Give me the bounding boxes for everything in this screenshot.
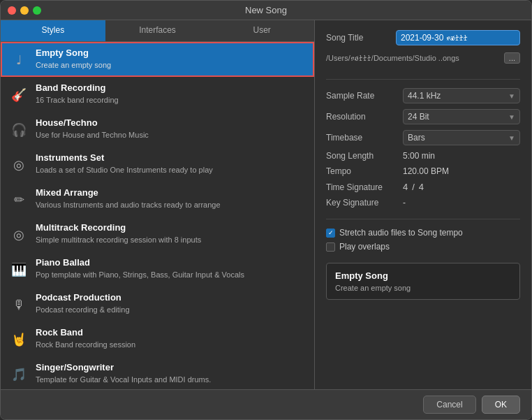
list-item-info: Instruments Set Loads a set of Studio On…: [36, 152, 307, 175]
item-title: Instruments Set: [36, 152, 307, 164]
house-techno-icon: 🎧: [8, 119, 30, 141]
item-desc: 16 Track band recording: [36, 95, 307, 106]
checkbox-row-play-overlaps: Play overlaps: [326, 242, 520, 252]
bottom-bar: Cancel OK: [1, 389, 531, 419]
cancel-button[interactable]: Cancel: [423, 396, 475, 414]
list-item-empty-song[interactable]: ♩ Empty Song Create an empty song: [1, 42, 314, 77]
setting-row-key-signature: Key Signature -: [326, 198, 520, 208]
setting-row-tempo: Tempo 120.00 BPM: [326, 166, 520, 176]
resolution-label: Resolution: [326, 112, 403, 122]
preview-title: Empty Song: [335, 270, 511, 281]
time-sig-numerator: 4: [403, 182, 408, 192]
list-item-info: Mixed Arrange Various Instruments and au…: [36, 187, 307, 210]
list-item-mixed-arrange[interactable]: ✏ Mixed Arrange Various Instruments and …: [1, 182, 314, 217]
song-length-value: 5:00 min: [403, 151, 435, 161]
multitrack-recording-icon: ◎: [8, 224, 30, 246]
window-title: New Song: [245, 5, 287, 15]
item-desc: Various Instruments and audio tracks rea…: [36, 200, 307, 210]
setting-row-resolution: Resolution 24 Bit ▼: [326, 109, 520, 124]
song-title-row: Song Title: [326, 30, 520, 45]
checkbox-row-stretch: Stretch audio files to Song tempo: [326, 228, 520, 238]
preview-box: Empty Song Create an empty song: [326, 263, 520, 300]
list-item-info: Multitrack Recording Simple multitrack r…: [36, 222, 307, 245]
minimize-button[interactable]: [20, 6, 29, 15]
time-signature-value: 4 / 4: [403, 182, 520, 192]
item-title: Singer/Songwriter: [36, 362, 307, 374]
setting-row-song-length: Song Length 5:00 min: [326, 151, 520, 161]
sample-rate-label: Sample Rate: [326, 91, 403, 101]
rock-band-icon: 🤘: [8, 328, 30, 351]
list-item-info: House/Techno Use for House and Techno Mu…: [36, 117, 307, 140]
time-sig-denominator: 4: [419, 182, 424, 192]
list-item-singer-songwriter[interactable]: 🎵 Singer/Songwriter Template for Guitar …: [1, 356, 314, 389]
band-recording-icon: 🎸: [8, 84, 30, 106]
titlebar-buttons: [8, 6, 41, 15]
ok-button[interactable]: OK: [482, 396, 520, 414]
list-item-band-recording[interactable]: 🎸 Band Recording 16 Track band recording: [1, 77, 314, 112]
item-desc: Pop template with Piano, Strings, Bass, …: [36, 270, 307, 280]
list-item-house-techno[interactable]: 🎧 House/Techno Use for House and Techno …: [1, 112, 314, 147]
tempo-value: 120.00 BPM: [403, 166, 449, 176]
list-item-info: Empty Song Create an empty song: [36, 48, 307, 71]
list-item-rock-band[interactable]: 🤘 Rock Band Rock Band recording session: [1, 321, 314, 356]
item-title: Multitrack Recording: [36, 222, 307, 234]
list-item-podcast-production[interactable]: 🎙 Podcast Production Podcast recording &…: [1, 287, 314, 321]
sample-rate-dropdown[interactable]: 44.1 kHz ▼: [403, 88, 520, 103]
mixed-arrange-icon: ✏: [8, 189, 30, 211]
titlebar: New Song: [1, 1, 531, 20]
podcast-production-icon: 🎙: [8, 294, 30, 316]
instruments-set-icon: ◎: [8, 154, 30, 176]
list-item-instruments-set[interactable]: ◎ Instruments Set Loads a set of Studio …: [1, 147, 314, 182]
item-title: Mixed Arrange: [36, 187, 307, 199]
divider: [326, 79, 520, 80]
time-sig-separator: /: [412, 182, 415, 192]
item-desc: Template for Guitar & Vocal Inputs and M…: [36, 375, 307, 385]
left-panel: Styles Interfaces User ♩ Empty Song Crea…: [1, 20, 315, 389]
piano-ballad-icon: 🎹: [8, 259, 30, 281]
setting-row-time-signature: Time Signature 4 / 4: [326, 182, 520, 192]
path-row: /Users/ꬾꭁꬷꬷꬷ/Documents/Studio ..ongs ...: [326, 52, 520, 64]
song-title-input[interactable]: [396, 30, 520, 45]
item-desc: Loads a set of Studio One Instruments re…: [36, 165, 307, 175]
play-overlaps-checkbox[interactable]: [326, 242, 335, 252]
stretch-audio-checkbox[interactable]: [326, 229, 335, 238]
tab-user[interactable]: User: [209, 20, 314, 41]
item-title: Rock Band: [36, 327, 307, 339]
setting-row-sample-rate: Sample Rate 44.1 kHz ▼: [326, 88, 520, 103]
maximize-button[interactable]: [33, 6, 41, 15]
key-signature-value: -: [403, 198, 406, 208]
song-title-label: Song Title: [326, 33, 396, 43]
key-signature-label: Key Signature: [326, 198, 403, 208]
resolution-value: 24 Bit: [408, 112, 429, 122]
item-desc: Rock Band recording session: [36, 340, 307, 350]
song-length-label: Song Length: [326, 151, 403, 161]
chevron-down-icon: ▼: [508, 113, 515, 121]
item-title: House/Techno: [36, 117, 307, 129]
tab-styles[interactable]: Styles: [1, 20, 105, 41]
divider-2: [326, 219, 520, 219]
play-overlaps-label: Play overlaps: [339, 242, 390, 252]
setting-row-timebase: Timebase Bars ▼: [326, 130, 520, 145]
list-item-info: Piano Ballad Pop template with Piano, St…: [36, 257, 307, 280]
list-item-piano-ballad[interactable]: 🎹 Piano Ballad Pop template with Piano, …: [1, 252, 314, 287]
preview-desc: Create an empty song: [335, 284, 511, 292]
timebase-value: Bars: [408, 133, 425, 143]
time-signature-label: Time Signature: [326, 182, 403, 192]
singer-songwriter-icon: 🎵: [8, 363, 30, 386]
item-title: Piano Ballad: [36, 257, 307, 269]
chevron-down-icon: ▼: [508, 92, 515, 100]
sample-rate-value: 44.1 kHz: [408, 91, 441, 101]
item-desc: Use for House and Techno Music: [36, 130, 307, 140]
resolution-dropdown[interactable]: 24 Bit ▼: [403, 109, 520, 124]
path-browse-button[interactable]: ...: [504, 52, 520, 64]
right-panel: Song Title /Users/ꬾꭁꬷꬷꬷ/Documents/Studio…: [315, 20, 531, 389]
tab-interfaces[interactable]: Interfaces: [105, 20, 210, 41]
close-button[interactable]: [8, 6, 16, 15]
tempo-label: Tempo: [326, 166, 403, 176]
list-item-multitrack-recording[interactable]: ◎ Multitrack Recording Simple multitrack…: [1, 217, 314, 252]
new-song-window: New Song Styles Interfaces User ♩ Empty …: [0, 0, 532, 420]
list-item-info: Singer/Songwriter Template for Guitar & …: [36, 362, 307, 385]
item-title: Empty Song: [36, 48, 307, 59]
item-title: Podcast Production: [36, 292, 307, 304]
timebase-dropdown[interactable]: Bars ▼: [403, 130, 520, 145]
